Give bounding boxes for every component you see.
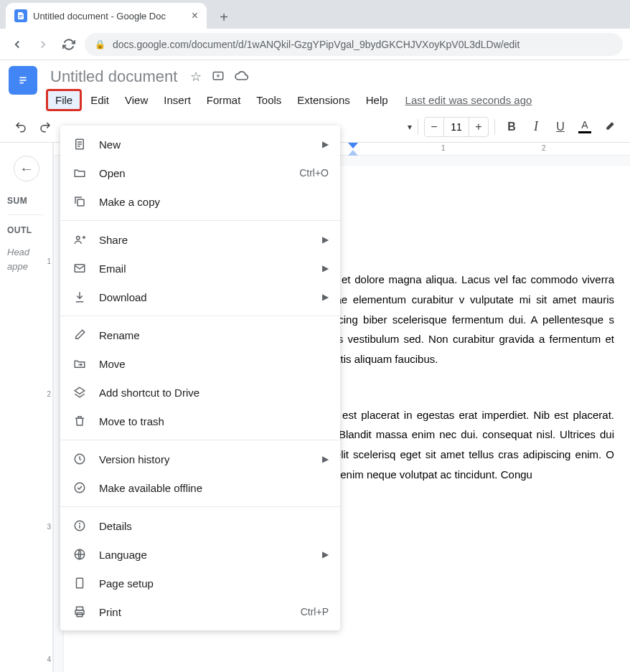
left-sidebar: ← SUM OUTL Head appe 1234 <box>0 143 54 672</box>
reload-button[interactable] <box>59 34 79 55</box>
svg-marker-7 <box>348 143 358 148</box>
file-menu-email[interactable]: Email▶ <box>60 254 340 283</box>
doc-title[interactable]: Untitled document <box>46 66 182 87</box>
menu-item-label: Print <box>99 606 301 618</box>
menu-item-label: Move <box>99 358 329 370</box>
text-color-button[interactable]: A <box>574 116 596 138</box>
svg-rect-22 <box>77 578 83 588</box>
font-size-minus[interactable]: − <box>425 120 443 133</box>
move-icon[interactable] <box>212 69 225 85</box>
file-menu-new[interactable]: New▶ <box>60 130 340 158</box>
file-menu-print[interactable]: PrintCtrl+P <box>60 597 340 626</box>
menu-help[interactable]: Help <box>359 91 395 109</box>
docs-favicon <box>14 9 27 22</box>
menu-separator <box>60 316 340 316</box>
file-menu-details[interactable]: Details <box>60 511 340 540</box>
underline-button[interactable]: U <box>550 116 571 138</box>
tab-close-icon[interactable]: × <box>192 9 198 22</box>
menu-bar: FileEditViewInsertFormatToolsExtensionsH… <box>46 89 621 111</box>
svg-point-17 <box>75 483 85 493</box>
menu-separator <box>60 506 340 507</box>
copy-icon <box>72 194 88 209</box>
file-menu-share[interactable]: Share▶ <box>60 225 340 254</box>
rename-icon <box>72 327 88 343</box>
menu-separator <box>60 220 340 221</box>
last-edit-link[interactable]: Last edit was seconds ago <box>405 94 532 106</box>
move-icon <box>72 356 88 372</box>
share-icon <box>72 232 88 247</box>
browser-tab-strip: Untitled document - Google Doc × + <box>0 0 630 29</box>
highlight-button[interactable] <box>598 116 620 138</box>
menu-item-label: Page setup <box>99 577 329 590</box>
browser-tab[interactable]: Untitled document - Google Doc × <box>6 3 207 29</box>
svg-rect-13 <box>77 199 84 206</box>
file-menu-page-setup[interactable]: Page setup <box>60 569 340 597</box>
doc-icon <box>72 136 88 152</box>
folder-icon <box>72 165 88 181</box>
menu-format[interactable]: Format <box>199 91 248 109</box>
zoom-arrow[interactable]: ▾ <box>408 122 412 132</box>
menu-file[interactable]: File <box>46 89 82 111</box>
menu-item-label: New <box>99 138 322 151</box>
menu-item-label: Open <box>99 167 299 179</box>
file-menu-rename[interactable]: Rename <box>60 321 340 349</box>
shortcut-icon <box>72 384 88 400</box>
menu-extensions[interactable]: Extensions <box>290 91 357 109</box>
file-menu-language[interactable]: Language▶ <box>60 540 340 569</box>
globe-icon <box>72 546 88 562</box>
menu-item-label: Email <box>99 262 322 275</box>
address-bar[interactable]: 🔒 docs.google.com/document/d/1wANQkil-Gz… <box>85 33 623 56</box>
italic-button[interactable]: I <box>525 116 547 138</box>
file-menu-make-a-copy[interactable]: Make a copy <box>60 187 340 216</box>
menu-insert[interactable]: Insert <box>156 91 198 109</box>
outline-back-button[interactable]: ← <box>14 156 39 181</box>
svg-rect-1 <box>19 16 23 17</box>
file-menu-move[interactable]: Move <box>60 349 340 378</box>
docs-logo[interactable] <box>9 66 37 95</box>
font-size-value[interactable]: 11 <box>443 118 469 136</box>
vertical-ruler: 1234 <box>43 143 53 672</box>
lock-icon: 🔒 <box>95 39 105 49</box>
new-tab-button[interactable]: + <box>212 6 235 29</box>
font-size-plus[interactable]: + <box>469 120 488 133</box>
file-menu-add-shortcut-to-drive[interactable]: Add shortcut to Drive <box>60 378 340 407</box>
submenu-arrow-icon: ▶ <box>322 263 329 273</box>
menu-item-label: Rename <box>99 329 329 341</box>
star-icon[interactable]: ☆ <box>190 69 202 85</box>
menu-item-label: Move to trash <box>99 415 329 427</box>
bold-button[interactable]: B <box>501 116 522 138</box>
menu-view[interactable]: View <box>118 91 155 109</box>
file-menu-make-available-offline[interactable]: Make available offline <box>60 473 340 502</box>
menu-edit[interactable]: Edit <box>83 91 116 109</box>
file-menu-move-to-trash[interactable]: Move to trash <box>60 407 340 435</box>
menu-shortcut: Ctrl+P <box>301 606 329 617</box>
trash-icon <box>72 413 88 429</box>
back-button[interactable] <box>7 34 27 55</box>
svg-rect-5 <box>19 82 24 84</box>
menu-tools[interactable]: Tools <box>249 91 288 109</box>
offline-icon <box>72 480 88 496</box>
docs-header: Untitled document ☆ FileEditViewInsertFo… <box>0 60 630 111</box>
svg-point-14 <box>77 237 80 240</box>
forward-button[interactable] <box>33 34 53 55</box>
undo-button[interactable] <box>10 116 32 138</box>
submenu-arrow-icon: ▶ <box>322 549 329 559</box>
menu-item-label: Make available offline <box>99 482 329 494</box>
print-icon <box>72 604 88 620</box>
font-size-control: − 11 + <box>424 117 489 137</box>
mail-icon <box>72 260 88 276</box>
file-menu-version-history[interactable]: Version history▶ <box>60 445 340 473</box>
file-menu-dropdown: New▶OpenCtrl+OMake a copyShare▶Email▶Dow… <box>60 126 340 630</box>
menu-item-label: Make a copy <box>99 196 329 208</box>
file-menu-download[interactable]: Download▶ <box>60 283 340 311</box>
cloud-icon[interactable] <box>235 69 249 85</box>
redo-button[interactable] <box>34 116 56 138</box>
submenu-arrow-icon: ▶ <box>322 454 329 464</box>
file-menu-open[interactable]: OpenCtrl+O <box>60 158 340 187</box>
submenu-arrow-icon: ▶ <box>322 292 329 302</box>
menu-item-label: Version history <box>99 453 322 465</box>
browser-toolbar: 🔒 docs.google.com/document/d/1wANQkil-Gz… <box>0 29 630 60</box>
submenu-arrow-icon: ▶ <box>322 139 329 149</box>
menu-item-label: Share <box>99 234 322 246</box>
url-text: docs.google.com/document/d/1wANQkil-GzgY… <box>113 39 519 50</box>
